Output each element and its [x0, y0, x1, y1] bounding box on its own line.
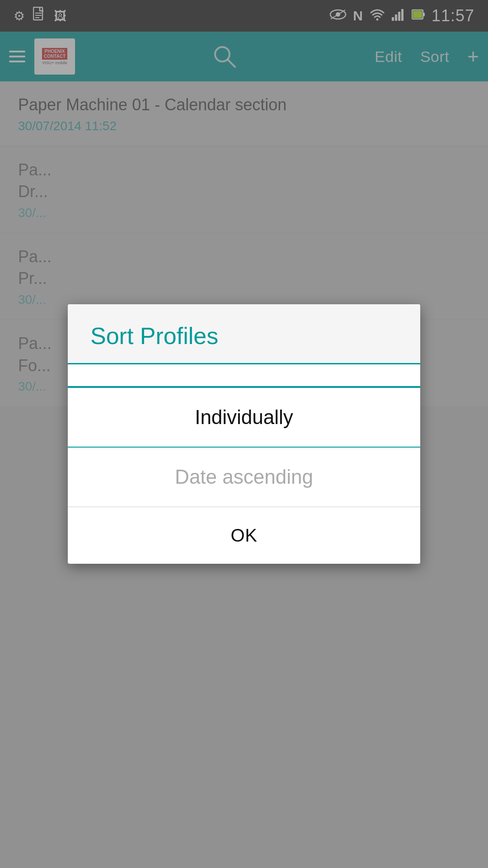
sort-profiles-dialog: Sort Profiles Individually Date ascendin…: [68, 304, 420, 564]
dialog-body: Individually Date ascending: [68, 364, 420, 507]
option-date-ascending-label: Date ascending: [175, 466, 313, 488]
dialog-spacer-top: [68, 364, 420, 387]
option-date-ascending[interactable]: Date ascending: [68, 448, 420, 507]
option-individually[interactable]: Individually: [68, 387, 420, 448]
option-individually-label: Individually: [195, 406, 293, 428]
ok-button[interactable]: OK: [90, 521, 398, 550]
dialog-overlay: Sort Profiles Individually Date ascendin…: [0, 0, 488, 868]
dialog-title: Sort Profiles: [90, 322, 398, 349]
dialog-header: Sort Profiles: [68, 304, 420, 364]
dialog-footer: OK: [68, 507, 420, 564]
